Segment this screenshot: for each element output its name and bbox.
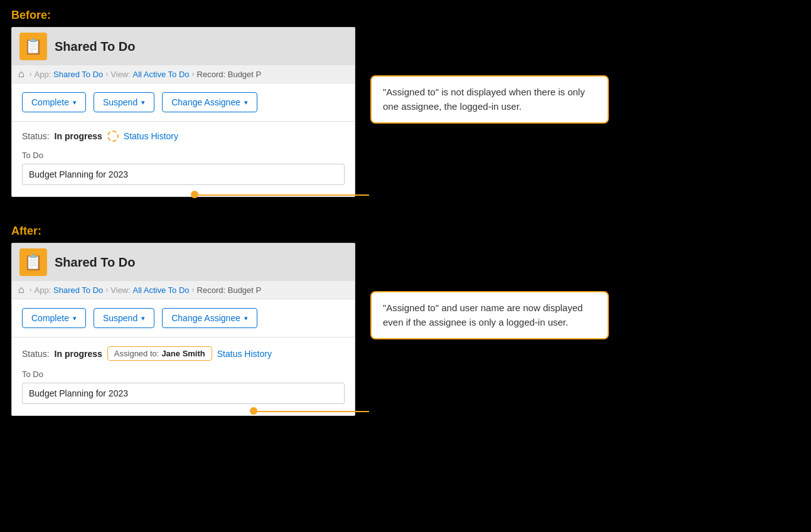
- breadcrumb-app-link-after[interactable]: Shared To Do: [53, 285, 103, 295]
- status-label-before: Status:: [22, 131, 50, 141]
- status-label-after: Status:: [22, 349, 50, 359]
- breadcrumb-record-after: Record: Budget P: [197, 285, 262, 295]
- breadcrumb-view-label-before: View:: [110, 70, 131, 79]
- change-assignee-button-after[interactable]: Change Assignee ▾: [162, 308, 257, 328]
- connector-after: [257, 411, 369, 412]
- after-annotation-bubble: "Assigned to" and user name are now disp…: [370, 291, 609, 339]
- home-icon-before[interactable]: ⌂: [18, 68, 24, 80]
- change-assignee-chevron-after: ▾: [244, 314, 248, 322]
- home-icon-after[interactable]: ⌂: [18, 284, 24, 295]
- breadcrumb-view-link-after[interactable]: All Active To Do: [133, 285, 190, 295]
- action-bar-after: Complete ▾ Suspend ▾ Change Assignee ▾: [12, 299, 355, 338]
- complete-chevron-after: ▾: [73, 314, 77, 322]
- connector-dot-before: [191, 191, 198, 198]
- change-assignee-chevron-before: ▾: [244, 98, 248, 107]
- suspend-button-after[interactable]: Suspend ▾: [94, 308, 154, 328]
- app-title-before: Shared To Do: [55, 40, 136, 54]
- suspend-chevron-before: ▾: [141, 98, 145, 107]
- assigned-to-name: Jane Smith: [161, 349, 205, 358]
- breadcrumb-record-before: Record: Budget P: [197, 70, 262, 79]
- app-header-after: 📋 Shared To Do: [12, 243, 355, 281]
- status-history-link-after[interactable]: Status History: [217, 349, 272, 359]
- assigned-to-badge: Assigned to: Jane Smith: [107, 346, 212, 361]
- assigned-to-label: Assigned to:: [114, 349, 159, 358]
- field-label-before: To Do: [22, 151, 345, 160]
- before-section: Before: 📋 Shared To Do ⌂ › App: Shared T…: [0, 0, 811, 197]
- field-label-after: To Do: [22, 370, 345, 379]
- before-annotation-bubble: "Assigned to" is not displayed when ther…: [370, 75, 609, 124]
- before-panel: 📋 Shared To Do ⌂ › App: Shared To Do › V…: [11, 27, 355, 197]
- breadcrumb-app-label-before: App:: [35, 70, 51, 79]
- dashed-circle-indicator: [107, 130, 119, 142]
- status-row-after: Status: In progress Assigned to: Jane Sm…: [22, 346, 345, 361]
- breadcrumb-after: ⌂ › App: Shared To Do › View: All Active…: [12, 281, 355, 299]
- status-history-link-before[interactable]: Status History: [124, 131, 178, 141]
- field-value-before: Budget Planning for 2023: [22, 164, 345, 185]
- content-area-after: Status: In progress Assigned to: Jane Sm…: [12, 338, 355, 415]
- complete-chevron-before: ▾: [73, 98, 77, 107]
- complete-button-after[interactable]: Complete ▾: [22, 308, 86, 328]
- breadcrumb-app-label-after: App:: [35, 285, 51, 295]
- app-icon-after: 📋: [19, 248, 47, 276]
- breadcrumb-before: ⌂ › App: Shared To Do › View: All Active…: [12, 65, 355, 83]
- app-icon-before: 📋: [19, 33, 47, 60]
- status-row-before: Status: In progress Status History: [22, 130, 345, 142]
- suspend-chevron-after: ▾: [141, 314, 145, 322]
- connector-dot-after: [250, 407, 257, 415]
- breadcrumb-view-link-before[interactable]: All Active To Do: [133, 70, 190, 79]
- suspend-button-before[interactable]: Suspend ▾: [94, 92, 154, 112]
- field-value-after: Budget Planning for 2023: [22, 383, 345, 404]
- change-assignee-button-before[interactable]: Change Assignee ▾: [162, 92, 257, 112]
- status-value-before: In progress: [55, 131, 102, 141]
- breadcrumb-view-label-after: View:: [110, 285, 131, 295]
- app-title-after: Shared To Do: [55, 255, 136, 270]
- after-panel: 📋 Shared To Do ⌂ › App: Shared To Do › V…: [11, 243, 355, 416]
- after-label: After:: [0, 216, 811, 243]
- after-section: After: 📋 Shared To Do ⌂ › App: Shared To…: [0, 216, 811, 416]
- app-header-before: 📋 Shared To Do: [12, 28, 355, 65]
- connector-before: [198, 194, 369, 196]
- before-label: Before:: [0, 0, 811, 27]
- breadcrumb-app-link-before[interactable]: Shared To Do: [53, 70, 103, 79]
- status-value-after: In progress: [55, 349, 102, 359]
- action-bar-before: Complete ▾ Suspend ▾ Change Assignee ▾: [12, 83, 355, 122]
- complete-button-before[interactable]: Complete ▾: [22, 92, 86, 112]
- content-area-before: Status: In progress Status History To Do…: [12, 122, 355, 196]
